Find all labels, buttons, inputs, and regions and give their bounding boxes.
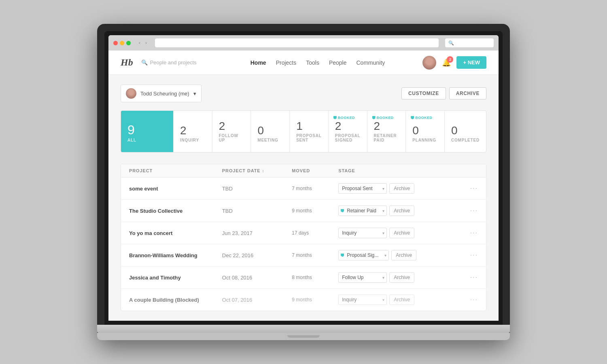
stage-cell: Inquiry ▾ Archive bbox=[338, 228, 431, 238]
table-row: some event TBD 7 months Proposal Sent ▾ bbox=[121, 178, 486, 200]
projects-table: PROJECT PROJECT DATE ↕ MOVED STAGE some … bbox=[121, 164, 486, 311]
stat-proposal-signed-number: 2 bbox=[335, 121, 342, 132]
main-content: Todd Scheuring (me) ▾ CUSTOMIZE ARCHIVE … bbox=[108, 75, 499, 321]
nav-home[interactable]: Home bbox=[250, 59, 266, 66]
top-controls: Todd Scheuring (me) ▾ CUSTOMIZE ARCHIVE bbox=[121, 85, 486, 102]
stage-dropdown[interactable]: Follow Up bbox=[338, 272, 387, 283]
stat-meeting[interactable]: 0 MEETING bbox=[251, 111, 290, 152]
more-options-button[interactable]: ··· bbox=[431, 185, 478, 192]
stat-meeting-number: 0 bbox=[257, 125, 264, 136]
booked-flag-icon bbox=[333, 116, 337, 119]
stat-completed[interactable]: 0 COMPLETED bbox=[445, 111, 486, 152]
project-date: Jun 23, 2017 bbox=[222, 230, 292, 236]
nav-tools[interactable]: Tools bbox=[306, 59, 319, 66]
project-name: some event bbox=[129, 186, 222, 192]
archive-button-row[interactable]: Archive bbox=[391, 250, 416, 260]
browser-titlebar: ‹ › 🔍 bbox=[108, 35, 499, 51]
stage-cell: Retainer Paid ▾ Archive bbox=[338, 205, 431, 216]
project-moved: 8 months bbox=[292, 275, 338, 280]
archive-button-row[interactable]: Archive bbox=[389, 228, 414, 238]
th-project-date-label: PROJECT DATE bbox=[222, 168, 261, 173]
archive-button-row[interactable]: Archive bbox=[389, 272, 414, 283]
booked-tag-3: BOOKED bbox=[411, 116, 432, 120]
new-button[interactable]: + NEW bbox=[456, 56, 486, 69]
more-options-button[interactable]: ··· bbox=[431, 229, 478, 237]
laptop-frame: ‹ › 🔍 Hb 🔍 People and projects bbox=[97, 24, 510, 340]
th-project-date[interactable]: PROJECT DATE ↕ bbox=[222, 168, 292, 173]
project-name: The Studio Collective bbox=[129, 208, 222, 214]
archive-button-row[interactable]: Archive bbox=[389, 183, 414, 194]
search-icon: 🔍 bbox=[141, 59, 148, 66]
archive-button-row[interactable]: Archive bbox=[389, 294, 414, 305]
nav-people[interactable]: People bbox=[329, 59, 347, 66]
stat-proposal-sent[interactable]: 1 PROPOSAL SENT bbox=[290, 111, 329, 152]
action-buttons: CUSTOMIZE ARCHIVE bbox=[401, 87, 486, 99]
user-name: Todd Scheuring (me) bbox=[140, 91, 189, 97]
project-moved: 7 months bbox=[292, 186, 338, 191]
stat-inquiry[interactable]: 2 INQUIRY bbox=[174, 111, 212, 152]
laptop-bottom bbox=[97, 325, 510, 333]
stage-dropdown[interactable]: Inquiry bbox=[338, 294, 387, 305]
stat-retainer-paid[interactable]: BOOKED 2 RETAINER PAID bbox=[367, 111, 406, 152]
stat-completed-label: COMPLETED bbox=[451, 138, 480, 142]
booked-flag-icon-2 bbox=[372, 116, 376, 119]
stage-select-wrapper: Follow Up ▾ bbox=[338, 272, 387, 283]
archive-button-row[interactable]: Archive bbox=[389, 205, 414, 216]
nav-projects[interactable]: Projects bbox=[276, 59, 297, 66]
more-options-button[interactable]: ··· bbox=[431, 296, 478, 303]
booked-tag: BOOKED bbox=[333, 116, 355, 120]
stat-followup-number: 2 bbox=[219, 121, 225, 132]
booked-flag-icon-3 bbox=[411, 116, 414, 119]
project-date: Oct 08, 2016 bbox=[222, 275, 292, 281]
nav-community[interactable]: Community bbox=[357, 59, 385, 66]
back-button[interactable]: ‹ bbox=[137, 39, 142, 47]
table-row: The Studio Collective TBD 9 months Retai… bbox=[121, 200, 486, 222]
stat-proposal-sent-number: 1 bbox=[296, 121, 303, 132]
stat-followup[interactable]: 2 FOLLOW UP bbox=[212, 111, 251, 152]
more-options-button[interactable]: ··· bbox=[431, 252, 478, 259]
table-row: Jessica and Timothy Oct 08, 2016 8 month… bbox=[121, 267, 486, 289]
stage-select-wrapper: Retainer Paid ▾ bbox=[338, 205, 387, 216]
notification-button[interactable]: 🔔 2 bbox=[442, 58, 451, 67]
customize-button[interactable]: CUSTOMIZE bbox=[401, 87, 446, 99]
address-bar[interactable] bbox=[155, 38, 439, 47]
search-area[interactable]: 🔍 People and projects bbox=[141, 59, 197, 66]
browser-chrome: ‹ › 🔍 Hb 🔍 People and projects bbox=[108, 35, 499, 321]
stage-dropdown[interactable]: Proposal Sent bbox=[338, 183, 387, 194]
th-moved: MOVED bbox=[292, 168, 338, 173]
browser-search[interactable]: 🔍 bbox=[445, 38, 494, 47]
notification-badge: 2 bbox=[447, 56, 453, 63]
avatar[interactable] bbox=[422, 56, 436, 70]
laptop-base bbox=[97, 333, 510, 340]
stage-cell: Proposal Sent ▾ Archive bbox=[338, 183, 431, 194]
stat-all[interactable]: 9 ALL bbox=[121, 111, 174, 152]
user-selector[interactable]: Todd Scheuring (me) ▾ bbox=[121, 85, 202, 102]
stat-proposal-signed[interactable]: BOOKED 2 PROPOSAL SIGNED bbox=[329, 111, 367, 152]
stats-grid: 9 ALL 2 INQUIRY 2 FOLLOW UP bbox=[121, 110, 486, 152]
stage-select-wrapper: Inquiry ▾ bbox=[338, 294, 387, 305]
main-navigation: Home Projects Tools People Community bbox=[213, 59, 423, 66]
project-name: Yo yo ma concert bbox=[129, 230, 222, 236]
search-icon: 🔍 bbox=[448, 40, 454, 46]
th-stage: STAGE bbox=[338, 168, 431, 173]
close-traffic-light[interactable] bbox=[113, 41, 118, 45]
stage-select-wrapper: Inquiry ▾ bbox=[338, 228, 387, 238]
stat-planning-number: 0 bbox=[412, 125, 419, 136]
stage-select-wrapper: Proposal Sent ▾ bbox=[338, 183, 387, 194]
stage-cell: Inquiry ▾ Archive bbox=[338, 294, 431, 305]
project-name: Brannon-Williams Wedding bbox=[129, 252, 222, 258]
project-date: TBD bbox=[222, 186, 292, 192]
forward-button[interactable]: › bbox=[144, 39, 149, 47]
stage-dropdown[interactable]: Proposal Sig... bbox=[338, 250, 389, 260]
more-options-button[interactable]: ··· bbox=[431, 207, 478, 214]
stat-planning[interactable]: BOOKED 0 PLANNING bbox=[406, 111, 445, 152]
stage-dropdown[interactable]: Inquiry bbox=[338, 228, 387, 238]
stat-meeting-label: MEETING bbox=[257, 138, 278, 142]
more-options-button[interactable]: ··· bbox=[431, 274, 478, 281]
maximize-traffic-light[interactable] bbox=[126, 41, 131, 45]
stage-dropdown[interactable]: Retainer Paid bbox=[338, 205, 387, 216]
app-logo: Hb bbox=[121, 57, 133, 68]
archive-button[interactable]: ARCHIVE bbox=[449, 87, 486, 99]
table-row: Brannon-Williams Wedding Dec 22, 2016 7 … bbox=[121, 244, 486, 267]
minimize-traffic-light[interactable] bbox=[120, 41, 124, 45]
